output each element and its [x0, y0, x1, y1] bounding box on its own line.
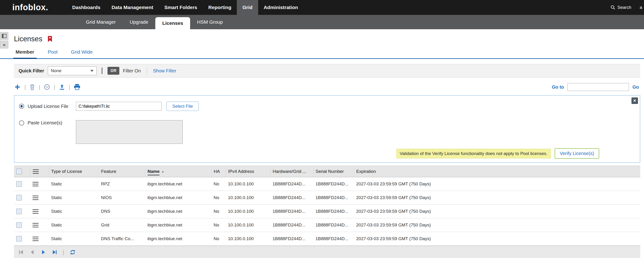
bookmark-icon[interactable] [47, 36, 53, 42]
select-all-checkbox[interactable] [16, 169, 22, 174]
cell-serial-number: 1B888FD244D... [313, 205, 354, 218]
view-tabs: MemberPoolGrid Wide [0, 49, 644, 59]
row-menu-icon[interactable] [32, 237, 38, 241]
column-header-type-of-license[interactable]: Type of License [49, 166, 99, 177]
quick-filter-label: Quick Filter [18, 68, 44, 73]
paste-license-textarea[interactable] [76, 120, 183, 144]
column-header-serial-number[interactable]: Serial Number [313, 166, 354, 177]
row-menu-icon[interactable] [32, 223, 38, 227]
goto-group: Go to Go [552, 83, 640, 91]
filter-on-label: Filter On [123, 68, 141, 73]
column-header-expiration[interactable]: Expiration [354, 166, 640, 177]
tab-member[interactable]: Member [16, 49, 34, 58]
main-content: Licenses MemberPoolGrid Wide Quick Filte… [0, 35, 644, 258]
first-page-button[interactable] [18, 249, 24, 255]
column-header-name[interactable]: Name▲ [145, 166, 211, 177]
screen: infoblox. DashboardsData ManagementSmart… [0, 0, 644, 258]
cell-hardware-grid: 1B888FD244D... [270, 205, 313, 218]
row-checkbox[interactable] [16, 222, 22, 228]
table-row: StaticNIOSibgm.techblue.netNo10.100.0.10… [14, 191, 640, 205]
row-menu-icon[interactable] [32, 209, 38, 214]
paste-license-radio[interactable] [19, 120, 24, 126]
next-page-button[interactable] [40, 249, 46, 255]
cell-name: ibgm.techblue.net [145, 232, 211, 246]
top-nav-item-grid[interactable]: Grid [237, 0, 258, 15]
cell-ipv4-address: 10.100.0.100 [226, 205, 270, 218]
sub-nav-item-grid-manager[interactable]: Grid Manager [79, 15, 122, 29]
license-file-input[interactable] [76, 102, 162, 111]
tab-grid-wide[interactable]: Grid Wide [71, 49, 93, 58]
cell-ha: No [211, 191, 226, 205]
cell-ha: No [211, 205, 226, 218]
row-select-cell [14, 218, 30, 232]
sub-nav: Grid ManagerUpgradeLicensesHSM Group [0, 15, 644, 29]
last-page-button[interactable] [52, 249, 58, 255]
filter-toggle-button[interactable]: Off [108, 67, 119, 75]
column-header-hardware-grid[interactable]: Hardware/Grid ... [270, 166, 313, 177]
row-menu-icon[interactable] [32, 182, 38, 186]
top-nav-right: Search a [610, 0, 644, 15]
show-filter-link[interactable]: Show Filter [153, 68, 176, 73]
upload-button[interactable] [59, 84, 65, 90]
upload-radio-block: Upload License File [19, 104, 76, 109]
cell-hardware-grid: 1B888FD244D... [270, 218, 313, 232]
go-button[interactable]: Go [632, 84, 639, 90]
print-button[interactable] [74, 84, 80, 90]
table-row: StaticDNSibgm.techblue.netNo10.100.0.100… [14, 205, 640, 218]
row-menu-cell [30, 218, 49, 232]
row-checkbox[interactable] [16, 236, 22, 242]
select-all-header[interactable] [14, 166, 30, 177]
refresh-button[interactable] [69, 249, 76, 256]
cell-expiration: 2027-03-03 23:59:59 GMT (750 Days) [354, 218, 640, 232]
row-checkbox[interactable] [16, 195, 22, 201]
column-header-ha[interactable]: HA [211, 166, 226, 177]
toolbar-icons: | | | [14, 83, 80, 90]
menu-header[interactable] [30, 166, 49, 177]
upload-license-radio[interactable] [19, 104, 24, 109]
quick-filter-dropdown[interactable]: None [48, 66, 96, 75]
search-button[interactable]: Search [610, 5, 631, 10]
add-button[interactable] [14, 83, 21, 90]
goto-input[interactable] [568, 83, 629, 91]
prev-page-button[interactable] [29, 249, 35, 255]
trash-icon [29, 84, 35, 90]
separator [147, 67, 147, 74]
table-body: StaticRPZibgm.techblue.netNo10.100.0.100… [14, 177, 640, 246]
cell-hardware-grid: 1B888FD244D... [270, 177, 313, 191]
select-file-button[interactable]: Select File [166, 102, 199, 111]
next-page-icon [40, 249, 46, 255]
row-select-cell [14, 191, 30, 205]
sub-nav-item-upgrade[interactable]: Upgrade [122, 15, 155, 29]
row-checkbox[interactable] [16, 181, 22, 187]
expand-panel-button[interactable]: » [0, 41, 8, 48]
column-header-feature[interactable]: Feature [99, 166, 145, 177]
top-nav-item-dashboards[interactable]: Dashboards [67, 0, 106, 15]
top-nav-item-reporting[interactable]: Reporting [203, 0, 237, 15]
table-row: StaticDNS Traffic Co...ibgm.techblue.net… [14, 232, 640, 246]
table-header-row: Type of LicenseFeatureName▲HAIPv4 Addres… [14, 166, 640, 177]
top-nav-item-data-management[interactable]: Data Management [106, 0, 159, 15]
top-nav-items: DashboardsData ManagementSmart FoldersRe… [67, 0, 304, 15]
column-header-label: Serial Number [316, 169, 344, 174]
verify-license-button[interactable]: Verify License(s) [554, 148, 599, 159]
delete-button[interactable] [29, 84, 35, 90]
row-menu-icon[interactable] [32, 196, 38, 200]
cell-serial-number: 1B888FD244D... [313, 218, 354, 232]
title-row: Licenses [14, 35, 640, 43]
row-checkbox[interactable] [16, 209, 22, 214]
tab-pool[interactable]: Pool [48, 49, 58, 58]
column-header-ipv4-address[interactable]: IPv4 Address [226, 166, 270, 177]
column-header-label: Type of License [51, 169, 82, 174]
cell-ipv4-address: 10.100.0.100 [226, 232, 270, 246]
sub-nav-item-licenses[interactable]: Licenses [155, 17, 190, 29]
top-nav-item-smart-folders[interactable]: Smart Folders [159, 0, 203, 15]
prev-page-icon [29, 249, 35, 255]
top-nav-item-administration[interactable]: Administration [258, 0, 304, 15]
user-menu[interactable]: a [640, 5, 642, 10]
search-label: Search [617, 5, 631, 10]
cell-type-of-license: Static [49, 191, 99, 205]
sub-nav-item-hsm-group[interactable]: HSM Group [190, 15, 230, 29]
remove-button[interactable] [44, 84, 50, 90]
close-panel-button[interactable]: × [632, 97, 638, 104]
finder-panel-button[interactable] [0, 32, 8, 40]
